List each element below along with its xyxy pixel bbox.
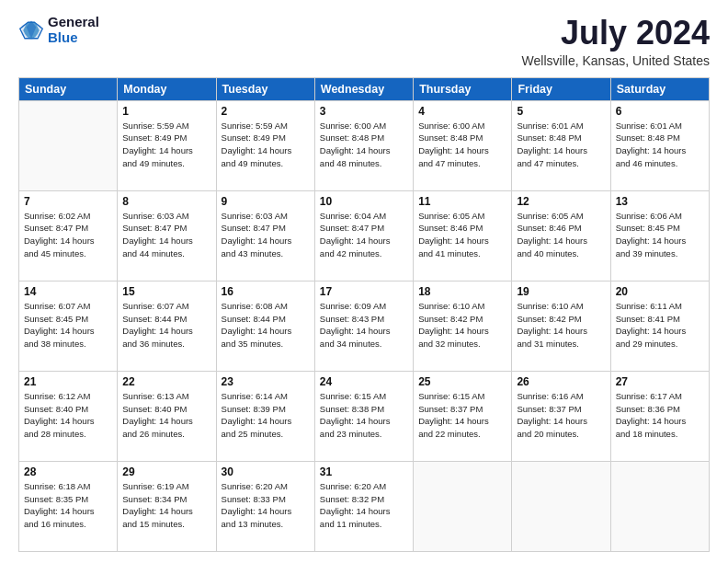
calendar-cell: 17Sunrise: 6:09 AMSunset: 8:43 PMDayligh… [314, 281, 413, 371]
cell-text: Sunrise: 6:18 AMSunset: 8:35 PMDaylight:… [24, 480, 112, 531]
calendar-cell: 16Sunrise: 6:08 AMSunset: 8:44 PMDayligh… [216, 281, 314, 371]
day-number: 19 [517, 285, 605, 298]
day-number: 12 [517, 195, 605, 208]
calendar-week-row: 14Sunrise: 6:07 AMSunset: 8:45 PMDayligh… [19, 281, 710, 371]
day-number: 27 [616, 375, 704, 388]
calendar-cell: 14Sunrise: 6:07 AMSunset: 8:45 PMDayligh… [19, 281, 118, 371]
logo-blue: Blue [48, 29, 78, 45]
calendar-cell: 11Sunrise: 6:05 AMSunset: 8:46 PMDayligh… [414, 190, 512, 281]
cell-text: Sunrise: 6:10 AMSunset: 8:42 PMDaylight:… [418, 300, 506, 350]
page: General Blue July 2024 Wellsville, Kansa… [0, 0, 728, 563]
calendar-week-row: 21Sunrise: 6:12 AMSunset: 8:40 PMDayligh… [19, 371, 710, 461]
cell-text: Sunrise: 6:14 AMSunset: 8:39 PMDaylight:… [222, 390, 310, 441]
calendar-cell [512, 461, 610, 551]
calendar-week-row: 1Sunrise: 5:59 AMSunset: 8:49 PMDaylight… [19, 100, 710, 190]
day-number: 16 [222, 285, 310, 298]
cell-text: Sunrise: 6:15 AMSunset: 8:38 PMDaylight:… [320, 390, 408, 441]
cell-text: Sunrise: 6:03 AMSunset: 8:47 PMDaylight:… [122, 210, 210, 260]
logo-general: General [48, 14, 99, 29]
day-number: 25 [418, 375, 506, 388]
weekday-header: Monday [118, 77, 216, 100]
calendar-cell: 15Sunrise: 6:07 AMSunset: 8:44 PMDayligh… [118, 281, 216, 371]
day-number: 10 [320, 195, 408, 208]
calendar-cell: 23Sunrise: 6:14 AMSunset: 8:39 PMDayligh… [216, 371, 314, 461]
day-number: 11 [418, 195, 506, 208]
day-number: 20 [616, 285, 704, 298]
cell-text: Sunrise: 6:06 AMSunset: 8:45 PMDaylight:… [616, 210, 704, 260]
calendar-cell: 2Sunrise: 5:59 AMSunset: 8:49 PMDaylight… [216, 100, 314, 190]
cell-text: Sunrise: 6:10 AMSunset: 8:42 PMDaylight:… [517, 300, 605, 350]
cell-text: Sunrise: 6:00 AMSunset: 8:48 PMDaylight:… [320, 120, 408, 170]
weekday-header: Sunday [19, 77, 118, 100]
weekday-header-row: SundayMondayTuesdayWednesdayThursdayFrid… [19, 77, 710, 100]
calendar-cell: 3Sunrise: 6:00 AMSunset: 8:48 PMDaylight… [314, 100, 413, 190]
calendar-cell [414, 461, 512, 551]
cell-text: Sunrise: 6:05 AMSunset: 8:46 PMDaylight:… [517, 210, 605, 260]
title-block: July 2024 Wellsville, Kansas, United Sta… [522, 15, 710, 68]
calendar-cell: 21Sunrise: 6:12 AMSunset: 8:40 PMDayligh… [19, 371, 118, 461]
calendar-cell: 1Sunrise: 5:59 AMSunset: 8:49 PMDaylight… [118, 100, 216, 190]
cell-text: Sunrise: 6:16 AMSunset: 8:37 PMDaylight:… [517, 390, 605, 441]
cell-text: Sunrise: 5:59 AMSunset: 8:49 PMDaylight:… [222, 120, 310, 170]
calendar-cell: 19Sunrise: 6:10 AMSunset: 8:42 PMDayligh… [512, 281, 610, 371]
day-number: 22 [122, 375, 210, 388]
day-number: 14 [24, 285, 112, 298]
calendar-cell: 31Sunrise: 6:20 AMSunset: 8:32 PMDayligh… [314, 461, 413, 551]
cell-text: Sunrise: 6:11 AMSunset: 8:41 PMDaylight:… [616, 300, 704, 350]
calendar-cell: 30Sunrise: 6:20 AMSunset: 8:33 PMDayligh… [216, 461, 314, 551]
calendar-cell: 5Sunrise: 6:01 AMSunset: 8:48 PMDaylight… [512, 100, 610, 190]
calendar-cell: 18Sunrise: 6:10 AMSunset: 8:42 PMDayligh… [414, 281, 512, 371]
cell-text: Sunrise: 6:12 AMSunset: 8:40 PMDaylight:… [24, 390, 112, 441]
logo-text: General Blue [48, 15, 99, 45]
cell-text: Sunrise: 6:01 AMSunset: 8:48 PMDaylight:… [517, 120, 605, 170]
cell-text: Sunrise: 5:59 AMSunset: 8:49 PMDaylight:… [122, 120, 210, 170]
cell-text: Sunrise: 6:07 AMSunset: 8:44 PMDaylight:… [122, 300, 210, 350]
calendar-cell: 12Sunrise: 6:05 AMSunset: 8:46 PMDayligh… [512, 190, 610, 281]
day-number: 15 [122, 285, 210, 298]
calendar-cell: 25Sunrise: 6:15 AMSunset: 8:37 PMDayligh… [414, 371, 512, 461]
day-number: 21 [24, 375, 112, 388]
weekday-header: Friday [512, 77, 610, 100]
cell-text: Sunrise: 6:00 AMSunset: 8:48 PMDaylight:… [418, 120, 506, 170]
calendar-cell: 28Sunrise: 6:18 AMSunset: 8:35 PMDayligh… [19, 461, 118, 551]
calendar-cell [19, 100, 118, 190]
day-number: 28 [24, 465, 112, 478]
calendar-cell: 13Sunrise: 6:06 AMSunset: 8:45 PMDayligh… [610, 190, 709, 281]
day-number: 9 [222, 195, 310, 208]
calendar-cell: 27Sunrise: 6:17 AMSunset: 8:36 PMDayligh… [610, 371, 709, 461]
day-number: 5 [517, 105, 605, 118]
day-number: 30 [222, 465, 310, 478]
day-number: 6 [616, 105, 704, 118]
day-number: 31 [320, 465, 408, 478]
day-number: 3 [320, 105, 408, 118]
header: General Blue July 2024 Wellsville, Kansa… [18, 15, 710, 68]
calendar-cell: 8Sunrise: 6:03 AMSunset: 8:47 PMDaylight… [118, 190, 216, 281]
day-number: 13 [616, 195, 704, 208]
logo: General Blue [18, 15, 99, 45]
calendar-cell: 4Sunrise: 6:00 AMSunset: 8:48 PMDaylight… [414, 100, 512, 190]
weekday-header: Thursday [414, 77, 512, 100]
cell-text: Sunrise: 6:20 AMSunset: 8:32 PMDaylight:… [320, 480, 408, 531]
day-number: 24 [320, 375, 408, 388]
cell-text: Sunrise: 6:03 AMSunset: 8:47 PMDaylight:… [222, 210, 310, 260]
day-number: 8 [122, 195, 210, 208]
calendar-cell: 6Sunrise: 6:01 AMSunset: 8:48 PMDaylight… [610, 100, 709, 190]
calendar-cell: 22Sunrise: 6:13 AMSunset: 8:40 PMDayligh… [118, 371, 216, 461]
calendar-cell: 26Sunrise: 6:16 AMSunset: 8:37 PMDayligh… [512, 371, 610, 461]
calendar-cell: 20Sunrise: 6:11 AMSunset: 8:41 PMDayligh… [610, 281, 709, 371]
day-number: 1 [122, 105, 210, 118]
cell-text: Sunrise: 6:07 AMSunset: 8:45 PMDaylight:… [24, 300, 112, 350]
day-number: 29 [122, 465, 210, 478]
cell-text: Sunrise: 6:04 AMSunset: 8:47 PMDaylight:… [320, 210, 408, 260]
day-number: 2 [222, 105, 310, 118]
calendar-week-row: 7Sunrise: 6:02 AMSunset: 8:47 PMDaylight… [19, 190, 710, 281]
day-number: 18 [418, 285, 506, 298]
calendar-cell: 29Sunrise: 6:19 AMSunset: 8:34 PMDayligh… [118, 461, 216, 551]
calendar-week-row: 28Sunrise: 6:18 AMSunset: 8:35 PMDayligh… [19, 461, 710, 551]
cell-text: Sunrise: 6:19 AMSunset: 8:34 PMDaylight:… [122, 480, 210, 531]
calendar: SundayMondayTuesdayWednesdayThursdayFrid… [18, 77, 710, 552]
calendar-cell: 7Sunrise: 6:02 AMSunset: 8:47 PMDaylight… [19, 190, 118, 281]
cell-text: Sunrise: 6:20 AMSunset: 8:33 PMDaylight:… [222, 480, 310, 531]
day-number: 7 [24, 195, 112, 208]
calendar-cell: 24Sunrise: 6:15 AMSunset: 8:38 PMDayligh… [314, 371, 413, 461]
